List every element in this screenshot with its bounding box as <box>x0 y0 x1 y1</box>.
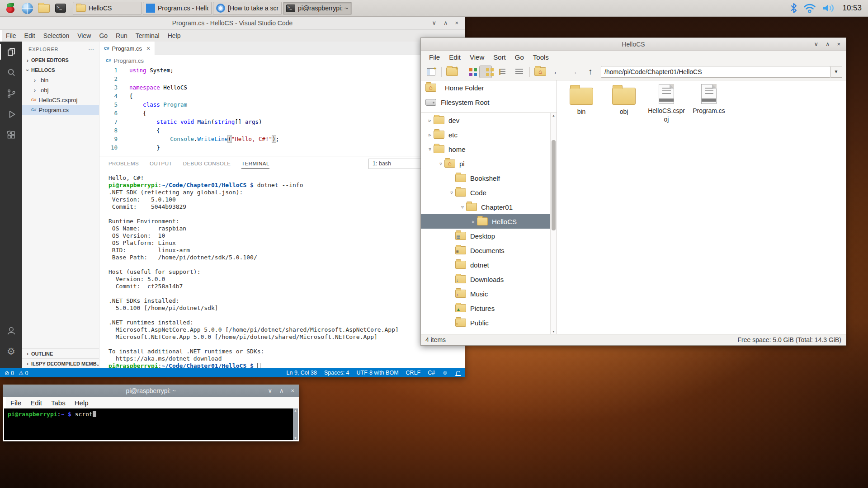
terminal-scrollbar[interactable] <box>293 408 298 440</box>
taskbar-window-button-0[interactable]: HelloCS <box>73 2 142 15</box>
explorer-item-obj[interactable]: ›obj <box>22 85 99 95</box>
minimize-icon[interactable]: ∨ <box>268 388 272 394</box>
fm-menu-sort[interactable]: Sort <box>489 52 510 62</box>
new-folder-button[interactable] <box>446 66 458 78</box>
minimize-icon[interactable]: ∨ <box>814 41 818 47</box>
launcher-web-browser[interactable] <box>20 1 34 15</box>
compact-view-button[interactable] <box>496 66 509 78</box>
maximize-icon[interactable]: ∧ <box>279 388 284 394</box>
terminal-menu-tabs[interactable]: Tabs <box>47 398 70 408</box>
terminal-menu-file[interactable]: File <box>6 398 26 408</box>
status-item[interactable]: C# <box>428 370 435 376</box>
detailed-view-button[interactable] <box>513 66 525 78</box>
explorer-item-Program.cs[interactable]: C#Program.cs <box>22 105 99 115</box>
vscode-menu-view[interactable]: View <box>73 31 95 41</box>
close-icon[interactable]: × <box>837 41 840 47</box>
icon-view-button[interactable] <box>479 66 492 78</box>
status-item[interactable]: Spaces: 4 <box>324 370 349 376</box>
path-bar[interactable]: /home/pi/Code/Chapter01/HelloCS <box>601 66 830 78</box>
clock[interactable]: 10:53 <box>842 4 862 13</box>
expander-open-icon[interactable]: ▿ <box>426 146 434 152</box>
vscode-menu-selection[interactable]: Selection <box>39 31 74 41</box>
close-icon[interactable]: × <box>455 20 458 26</box>
fm-menu-view[interactable]: View <box>465 52 489 62</box>
bluetooth-icon[interactable] <box>791 3 797 13</box>
workspace-root-section[interactable]: › HELLOCS <box>22 65 99 75</box>
tree-item-etc[interactable]: ▹etc <box>421 127 550 142</box>
panel-tab-debug-console[interactable]: DEBUG CONSOLE <box>183 159 231 169</box>
tree-item-dotnet[interactable]: dotnet <box>421 258 550 272</box>
expander-open-icon[interactable]: ▿ <box>448 190 455 196</box>
fm-menu-edit[interactable]: Edit <box>444 52 465 62</box>
terminal-screen[interactable]: pi@raspberrypi:~ $ scrot <box>4 408 298 440</box>
taskbar-window-button-3[interactable]: pi@raspberrypi: ~ <box>283 2 352 15</box>
up-button[interactable]: ↑ <box>584 66 597 78</box>
vscode-menu-edit[interactable]: Edit <box>20 31 39 41</box>
panel-tab-terminal[interactable]: TERMINAL <box>241 159 269 169</box>
integrated-terminal[interactable]: Hello, C#!pi@raspberrypi:~/Code/Chapter0… <box>108 174 463 366</box>
path-dropdown-button[interactable]: ▼ <box>830 66 842 78</box>
extensions-icon[interactable] <box>0 125 22 145</box>
vscode-menu-terminal[interactable]: Terminal <box>132 31 164 41</box>
notifications-bell-icon[interactable] <box>456 371 460 375</box>
tree-item-Bookshelf[interactable]: Bookshelf <box>421 171 550 185</box>
launcher-menu[interactable] <box>4 1 17 15</box>
maximize-icon[interactable]: ∧ <box>443 20 448 26</box>
expander-closed-icon[interactable]: ▹ <box>470 219 477 225</box>
tree-item-home[interactable]: ▿home <box>421 142 550 156</box>
expander-closed-icon[interactable]: ▹ <box>426 117 434 123</box>
tree-item-Code[interactable]: ▿Code <box>421 185 550 200</box>
account-icon[interactable] <box>0 320 22 341</box>
code-editor[interactable]: 1using System;23namespace HelloCS4{5 cla… <box>99 66 465 156</box>
taskbar-window-button-1[interactable]: Program.cs - HelloCS... <box>143 2 212 15</box>
file-item-bin[interactable]: bin <box>561 84 602 116</box>
breadcrumb[interactable]: C# Program.cs <box>99 55 465 66</box>
tree-item-Chapter01[interactable]: ▿Chapter01 <box>421 200 550 214</box>
maximize-icon[interactable]: ∧ <box>826 41 830 47</box>
feedback-smiley-icon[interactable]: ☺ <box>442 370 448 376</box>
volume-icon[interactable] <box>822 3 836 13</box>
explorer-item-bin[interactable]: ›bin <box>22 75 99 85</box>
problems-status[interactable]: ⊘ 0 ⚠ 0 <box>5 370 28 376</box>
section-outline[interactable]: ›OUTLINE <box>22 348 99 358</box>
tree-item-dev[interactable]: ▹dev <box>421 113 550 127</box>
expander-open-icon[interactable]: ▿ <box>459 204 466 210</box>
status-item[interactable]: Ln 9, Col 38 <box>287 370 317 376</box>
tree-item-Public[interactable]: ▪Public <box>421 315 550 330</box>
file-item-HelloCS.csproj[interactable]: HelloCS.csproj <box>646 84 687 124</box>
tree-item-HelloCS[interactable]: ▹HelloCS <box>421 214 550 229</box>
vscode-menu-file[interactable]: File <box>2 31 20 41</box>
close-tab-icon[interactable]: × <box>146 45 150 52</box>
source-control-icon[interactable] <box>0 83 22 104</box>
status-item[interactable]: UTF-8 with BOM <box>357 370 399 376</box>
file-item-obj[interactable]: obj <box>603 84 645 116</box>
vscode-menu-help[interactable]: Help <box>164 31 185 41</box>
expander-closed-icon[interactable]: ▹ <box>426 132 434 138</box>
panel-tab-output[interactable]: OUTPUT <box>150 159 172 169</box>
tab-program-cs[interactable]: C# Program.cs × <box>99 42 155 55</box>
file-item-Program.cs[interactable]: Program.cs <box>688 84 730 115</box>
open-editors-section[interactable]: › OPEN EDITORS <box>22 55 99 65</box>
launcher-file-manager[interactable] <box>37 1 51 15</box>
launcher-terminal[interactable] <box>54 1 67 15</box>
tree-item-pi[interactable]: ▿⌂pi <box>421 156 550 171</box>
forward-button[interactable]: → <box>567 66 580 78</box>
thumbnail-view-button[interactable] <box>462 66 475 78</box>
settings-gear-icon[interactable]: ⚙ <box>0 341 22 362</box>
close-icon[interactable]: × <box>291 388 294 394</box>
home-button[interactable]: ⌂ <box>534 66 547 78</box>
vscode-menu-go[interactable]: Go <box>95 31 112 41</box>
fm-titlebar[interactable]: HelloCS ∨∧× <box>421 38 846 51</box>
more-actions-icon[interactable]: ⋯ <box>88 46 94 52</box>
panel-tab-problems[interactable]: PROBLEMS <box>108 159 139 169</box>
scroll-down-icon[interactable]: ▼ <box>551 330 557 333</box>
fm-menu-file[interactable]: File <box>425 52 444 62</box>
new-window-button[interactable] <box>425 66 437 78</box>
terminal-menu-edit[interactable]: Edit <box>26 398 47 408</box>
tree-item-Documents[interactable]: ≡Documents <box>421 243 550 258</box>
section-ilspy-decompiled-memb-[interactable]: ›ILSPY DECOMPILED MEMB... <box>22 358 99 368</box>
tree-scrollbar[interactable]: ▲ ▼ <box>550 113 557 334</box>
wifi-icon[interactable] <box>803 3 816 13</box>
place-filesystem-root[interactable]: Filesystem Root <box>421 95 557 109</box>
explorer-icon[interactable] <box>0 42 22 62</box>
